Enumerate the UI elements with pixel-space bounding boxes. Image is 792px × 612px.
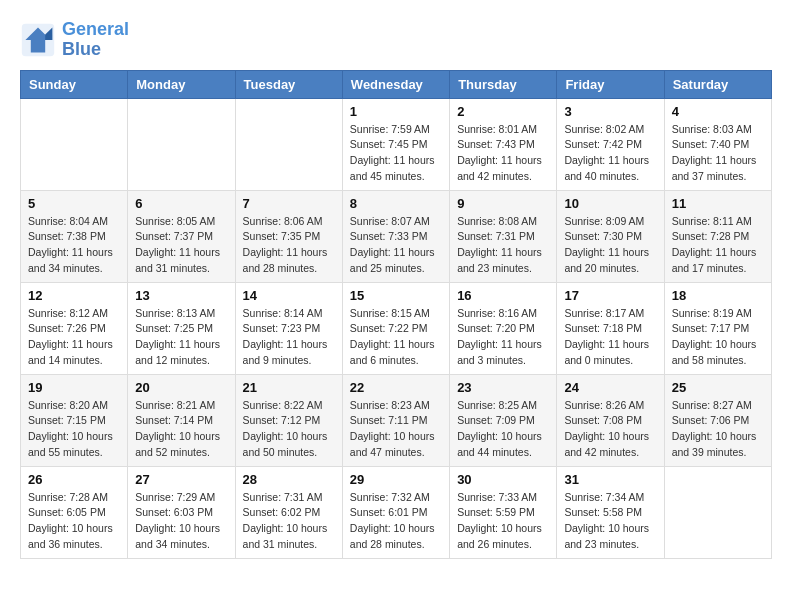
- calendar-day-5: 5Sunrise: 8:04 AM Sunset: 7:38 PM Daylig…: [21, 190, 128, 282]
- day-header-wednesday: Wednesday: [342, 70, 449, 98]
- day-info: Sunrise: 8:23 AM Sunset: 7:11 PM Dayligh…: [350, 398, 442, 461]
- calendar-day-16: 16Sunrise: 8:16 AM Sunset: 7:20 PM Dayli…: [450, 282, 557, 374]
- calendar-day-27: 27Sunrise: 7:29 AM Sunset: 6:03 PM Dayli…: [128, 466, 235, 558]
- calendar-day-10: 10Sunrise: 8:09 AM Sunset: 7:30 PM Dayli…: [557, 190, 664, 282]
- calendar-week-row: 12Sunrise: 8:12 AM Sunset: 7:26 PM Dayli…: [21, 282, 772, 374]
- day-number: 17: [564, 288, 656, 303]
- day-header-tuesday: Tuesday: [235, 70, 342, 98]
- day-info: Sunrise: 8:01 AM Sunset: 7:43 PM Dayligh…: [457, 122, 549, 185]
- day-number: 10: [564, 196, 656, 211]
- calendar-day-24: 24Sunrise: 8:26 AM Sunset: 7:08 PM Dayli…: [557, 374, 664, 466]
- calendar-week-row: 19Sunrise: 8:20 AM Sunset: 7:15 PM Dayli…: [21, 374, 772, 466]
- calendar-header-row: SundayMondayTuesdayWednesdayThursdayFrid…: [21, 70, 772, 98]
- day-info: Sunrise: 8:20 AM Sunset: 7:15 PM Dayligh…: [28, 398, 120, 461]
- day-info: Sunrise: 8:13 AM Sunset: 7:25 PM Dayligh…: [135, 306, 227, 369]
- day-info: Sunrise: 8:16 AM Sunset: 7:20 PM Dayligh…: [457, 306, 549, 369]
- calendar-day-28: 28Sunrise: 7:31 AM Sunset: 6:02 PM Dayli…: [235, 466, 342, 558]
- calendar-day-8: 8Sunrise: 8:07 AM Sunset: 7:33 PM Daylig…: [342, 190, 449, 282]
- day-info: Sunrise: 8:12 AM Sunset: 7:26 PM Dayligh…: [28, 306, 120, 369]
- day-number: 16: [457, 288, 549, 303]
- day-number: 8: [350, 196, 442, 211]
- calendar-day-2: 2Sunrise: 8:01 AM Sunset: 7:43 PM Daylig…: [450, 98, 557, 190]
- calendar-day-7: 7Sunrise: 8:06 AM Sunset: 7:35 PM Daylig…: [235, 190, 342, 282]
- calendar-day-11: 11Sunrise: 8:11 AM Sunset: 7:28 PM Dayli…: [664, 190, 771, 282]
- calendar-day-18: 18Sunrise: 8:19 AM Sunset: 7:17 PM Dayli…: [664, 282, 771, 374]
- day-info: Sunrise: 8:21 AM Sunset: 7:14 PM Dayligh…: [135, 398, 227, 461]
- calendar-day-6: 6Sunrise: 8:05 AM Sunset: 7:37 PM Daylig…: [128, 190, 235, 282]
- day-info: Sunrise: 8:02 AM Sunset: 7:42 PM Dayligh…: [564, 122, 656, 185]
- day-number: 25: [672, 380, 764, 395]
- calendar-day-23: 23Sunrise: 8:25 AM Sunset: 7:09 PM Dayli…: [450, 374, 557, 466]
- day-number: 26: [28, 472, 120, 487]
- day-info: Sunrise: 7:34 AM Sunset: 5:58 PM Dayligh…: [564, 490, 656, 553]
- day-info: Sunrise: 8:03 AM Sunset: 7:40 PM Dayligh…: [672, 122, 764, 185]
- day-info: Sunrise: 8:08 AM Sunset: 7:31 PM Dayligh…: [457, 214, 549, 277]
- logo: General Blue: [20, 20, 129, 60]
- day-info: Sunrise: 8:11 AM Sunset: 7:28 PM Dayligh…: [672, 214, 764, 277]
- calendar-day-3: 3Sunrise: 8:02 AM Sunset: 7:42 PM Daylig…: [557, 98, 664, 190]
- day-number: 22: [350, 380, 442, 395]
- day-info: Sunrise: 8:05 AM Sunset: 7:37 PM Dayligh…: [135, 214, 227, 277]
- day-header-thursday: Thursday: [450, 70, 557, 98]
- day-number: 24: [564, 380, 656, 395]
- day-header-saturday: Saturday: [664, 70, 771, 98]
- day-info: Sunrise: 8:14 AM Sunset: 7:23 PM Dayligh…: [243, 306, 335, 369]
- calendar-day-4: 4Sunrise: 8:03 AM Sunset: 7:40 PM Daylig…: [664, 98, 771, 190]
- day-header-sunday: Sunday: [21, 70, 128, 98]
- day-info: Sunrise: 7:32 AM Sunset: 6:01 PM Dayligh…: [350, 490, 442, 553]
- logo-text: General Blue: [62, 20, 129, 60]
- day-number: 27: [135, 472, 227, 487]
- empty-day-cell: [21, 98, 128, 190]
- day-info: Sunrise: 8:15 AM Sunset: 7:22 PM Dayligh…: [350, 306, 442, 369]
- calendar-day-21: 21Sunrise: 8:22 AM Sunset: 7:12 PM Dayli…: [235, 374, 342, 466]
- calendar-day-20: 20Sunrise: 8:21 AM Sunset: 7:14 PM Dayli…: [128, 374, 235, 466]
- calendar-day-13: 13Sunrise: 8:13 AM Sunset: 7:25 PM Dayli…: [128, 282, 235, 374]
- day-number: 21: [243, 380, 335, 395]
- day-number: 11: [672, 196, 764, 211]
- day-info: Sunrise: 7:33 AM Sunset: 5:59 PM Dayligh…: [457, 490, 549, 553]
- day-info: Sunrise: 8:25 AM Sunset: 7:09 PM Dayligh…: [457, 398, 549, 461]
- day-info: Sunrise: 7:59 AM Sunset: 7:45 PM Dayligh…: [350, 122, 442, 185]
- day-info: Sunrise: 7:31 AM Sunset: 6:02 PM Dayligh…: [243, 490, 335, 553]
- day-number: 14: [243, 288, 335, 303]
- day-info: Sunrise: 8:17 AM Sunset: 7:18 PM Dayligh…: [564, 306, 656, 369]
- calendar-week-row: 1Sunrise: 7:59 AM Sunset: 7:45 PM Daylig…: [21, 98, 772, 190]
- calendar-day-12: 12Sunrise: 8:12 AM Sunset: 7:26 PM Dayli…: [21, 282, 128, 374]
- calendar-day-22: 22Sunrise: 8:23 AM Sunset: 7:11 PM Dayli…: [342, 374, 449, 466]
- day-number: 3: [564, 104, 656, 119]
- calendar-table: SundayMondayTuesdayWednesdayThursdayFrid…: [20, 70, 772, 559]
- day-info: Sunrise: 7:29 AM Sunset: 6:03 PM Dayligh…: [135, 490, 227, 553]
- calendar-day-1: 1Sunrise: 7:59 AM Sunset: 7:45 PM Daylig…: [342, 98, 449, 190]
- day-number: 13: [135, 288, 227, 303]
- day-number: 29: [350, 472, 442, 487]
- calendar-day-26: 26Sunrise: 7:28 AM Sunset: 6:05 PM Dayli…: [21, 466, 128, 558]
- day-number: 4: [672, 104, 764, 119]
- day-info: Sunrise: 7:28 AM Sunset: 6:05 PM Dayligh…: [28, 490, 120, 553]
- day-number: 2: [457, 104, 549, 119]
- day-info: Sunrise: 8:09 AM Sunset: 7:30 PM Dayligh…: [564, 214, 656, 277]
- day-number: 30: [457, 472, 549, 487]
- day-number: 19: [28, 380, 120, 395]
- calendar-day-25: 25Sunrise: 8:27 AM Sunset: 7:06 PM Dayli…: [664, 374, 771, 466]
- day-info: Sunrise: 8:22 AM Sunset: 7:12 PM Dayligh…: [243, 398, 335, 461]
- logo-icon: [20, 22, 56, 58]
- empty-day-cell: [664, 466, 771, 558]
- calendar-day-31: 31Sunrise: 7:34 AM Sunset: 5:58 PM Dayli…: [557, 466, 664, 558]
- day-number: 15: [350, 288, 442, 303]
- day-header-friday: Friday: [557, 70, 664, 98]
- day-info: Sunrise: 8:07 AM Sunset: 7:33 PM Dayligh…: [350, 214, 442, 277]
- calendar-day-17: 17Sunrise: 8:17 AM Sunset: 7:18 PM Dayli…: [557, 282, 664, 374]
- day-header-monday: Monday: [128, 70, 235, 98]
- day-number: 9: [457, 196, 549, 211]
- day-number: 28: [243, 472, 335, 487]
- day-info: Sunrise: 8:06 AM Sunset: 7:35 PM Dayligh…: [243, 214, 335, 277]
- day-number: 1: [350, 104, 442, 119]
- calendar-day-30: 30Sunrise: 7:33 AM Sunset: 5:59 PM Dayli…: [450, 466, 557, 558]
- day-number: 6: [135, 196, 227, 211]
- empty-day-cell: [128, 98, 235, 190]
- day-number: 31: [564, 472, 656, 487]
- page-header: General Blue: [20, 20, 772, 60]
- day-number: 7: [243, 196, 335, 211]
- day-number: 20: [135, 380, 227, 395]
- calendar-week-row: 5Sunrise: 8:04 AM Sunset: 7:38 PM Daylig…: [21, 190, 772, 282]
